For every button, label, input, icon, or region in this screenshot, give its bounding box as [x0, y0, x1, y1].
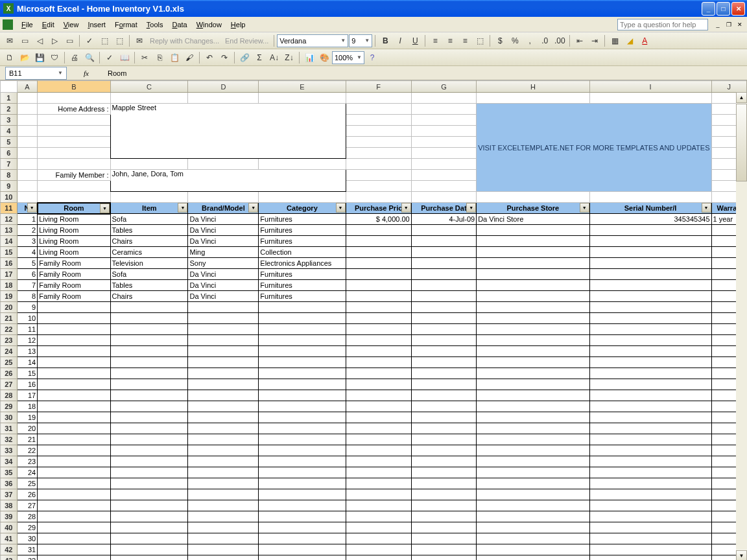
- empty-cell[interactable]: [477, 324, 589, 335]
- row-header-7[interactable]: 7: [1, 159, 18, 170]
- minimize-button[interactable]: _: [702, 2, 715, 16]
- empty-cell[interactable]: [259, 544, 346, 555]
- empty-cell[interactable]: [589, 401, 711, 412]
- empty-cell[interactable]: [346, 544, 411, 555]
- table-header-category[interactable]: Category▼: [259, 203, 346, 214]
- empty-cell[interactable]: [188, 478, 259, 489]
- fill-color-button[interactable]: ◢: [622, 34, 637, 48]
- cell-room[interactable]: Living Room: [38, 225, 110, 236]
- empty-cell[interactable]: [346, 522, 411, 533]
- filter-dropdown-item[interactable]: ▼: [178, 203, 187, 213]
- empty-cell[interactable]: [589, 478, 711, 489]
- empty-cell[interactable]: [38, 357, 110, 368]
- empty-cell[interactable]: [259, 500, 346, 511]
- empty-cell[interactable]: [38, 423, 110, 434]
- cell-brand[interactable]: Da Vinci: [188, 214, 259, 225]
- row-header-29[interactable]: 29: [1, 401, 18, 412]
- cell-category[interactable]: Furnitures: [259, 225, 346, 236]
- table-header-date[interactable]: Purchase Dat▼: [411, 203, 476, 214]
- empty-cell[interactable]: [110, 533, 188, 544]
- empty-cell[interactable]: [346, 533, 411, 544]
- cell-store[interactable]: Da Vinci Store: [477, 214, 589, 225]
- empty-cell[interactable]: [188, 379, 259, 390]
- empty-cell[interactable]: [38, 324, 110, 335]
- cell-category[interactable]: Electronics Appliances: [259, 258, 346, 269]
- filter-dropdown-price[interactable]: ▼: [401, 203, 411, 213]
- row-header-26[interactable]: 26: [1, 368, 18, 379]
- empty-cell[interactable]: [110, 302, 188, 313]
- row-header-5[interactable]: 5: [1, 137, 18, 148]
- table-header-item[interactable]: Item▼: [110, 203, 188, 214]
- menu-window[interactable]: Window: [192, 19, 226, 30]
- empty-cell[interactable]: [188, 368, 259, 379]
- cell-date[interactable]: [411, 269, 476, 280]
- empty-cell[interactable]: [411, 390, 476, 401]
- cell-no[interactable]: 31: [17, 544, 38, 555]
- accept-change-icon[interactable]: ⬚: [97, 34, 112, 48]
- empty-cell[interactable]: [411, 368, 476, 379]
- row-header-35[interactable]: 35: [1, 467, 18, 478]
- cell-room[interactable]: Family Room: [38, 291, 110, 302]
- cell-brand[interactable]: Da Vinci: [188, 225, 259, 236]
- empty-cell[interactable]: [411, 335, 476, 346]
- prev-comment-icon[interactable]: ◁: [32, 34, 47, 48]
- percent-button[interactable]: %: [508, 34, 522, 48]
- empty-cell[interactable]: [477, 445, 589, 456]
- cell-no[interactable]: 27: [17, 500, 38, 511]
- empty-cell[interactable]: [259, 533, 346, 544]
- empty-cell[interactable]: [259, 478, 346, 489]
- empty-cell[interactable]: [477, 335, 589, 346]
- table-header-room[interactable]: Room▼: [38, 203, 110, 214]
- cell-brand[interactable]: Da Vinci: [188, 269, 259, 280]
- cell-store[interactable]: [477, 225, 589, 236]
- column-header-D[interactable]: D: [188, 81, 259, 93]
- cell-item[interactable]: Chairs: [110, 291, 188, 302]
- row-header-39[interactable]: 39: [1, 511, 18, 522]
- empty-cell[interactable]: [110, 467, 188, 478]
- row-header-6[interactable]: 6: [1, 148, 18, 159]
- cell-no[interactable]: 21: [17, 434, 38, 445]
- mdi-minimize-button[interactable]: _: [713, 20, 722, 29]
- empty-cell[interactable]: [110, 544, 188, 555]
- row-header-32[interactable]: 32: [1, 434, 18, 445]
- paste-button[interactable]: 📋: [167, 51, 182, 65]
- cell-no[interactable]: 25: [17, 478, 38, 489]
- empty-cell[interactable]: [589, 434, 711, 445]
- row-header-8[interactable]: 8: [1, 170, 18, 181]
- send-mail-icon[interactable]: ✉: [132, 34, 147, 48]
- cell-serial[interactable]: [589, 280, 711, 291]
- empty-cell[interactable]: [411, 555, 476, 561]
- table-header-brand[interactable]: Brand/Model▼: [188, 203, 259, 214]
- cell-price[interactable]: [346, 269, 411, 280]
- cell-item[interactable]: Sofa: [110, 269, 188, 280]
- cell-no[interactable]: 3: [17, 236, 38, 247]
- empty-cell[interactable]: [188, 533, 259, 544]
- empty-cell[interactable]: [110, 511, 188, 522]
- empty-cell[interactable]: [589, 357, 711, 368]
- empty-cell[interactable]: [346, 357, 411, 368]
- empty-cell[interactable]: [259, 423, 346, 434]
- bold-button[interactable]: B: [378, 34, 392, 48]
- row-header-13[interactable]: 13: [1, 225, 18, 236]
- row-header-38[interactable]: 38: [1, 500, 18, 511]
- cell-store[interactable]: [477, 258, 589, 269]
- empty-cell[interactable]: [589, 555, 711, 561]
- empty-cell[interactable]: [188, 324, 259, 335]
- empty-cell[interactable]: [110, 434, 188, 445]
- cell-serial[interactable]: 345345345: [589, 214, 711, 225]
- empty-cell[interactable]: [259, 357, 346, 368]
- cell-no[interactable]: 15: [17, 368, 38, 379]
- row-header-20[interactable]: 20: [1, 302, 18, 313]
- next-comment-icon[interactable]: ▷: [47, 34, 62, 48]
- empty-cell[interactable]: [110, 401, 188, 412]
- cell-price[interactable]: [346, 225, 411, 236]
- row-header-16[interactable]: 16: [1, 258, 18, 269]
- row-header-23[interactable]: 23: [1, 335, 18, 346]
- empty-cell[interactable]: [477, 357, 589, 368]
- empty-cell[interactable]: [411, 544, 476, 555]
- increase-decimal-button[interactable]: .0: [538, 34, 552, 48]
- row-header-18[interactable]: 18: [1, 280, 18, 291]
- empty-cell[interactable]: [346, 423, 411, 434]
- chart-wizard-button[interactable]: 📊: [302, 51, 316, 65]
- cell-item[interactable]: Television: [110, 258, 188, 269]
